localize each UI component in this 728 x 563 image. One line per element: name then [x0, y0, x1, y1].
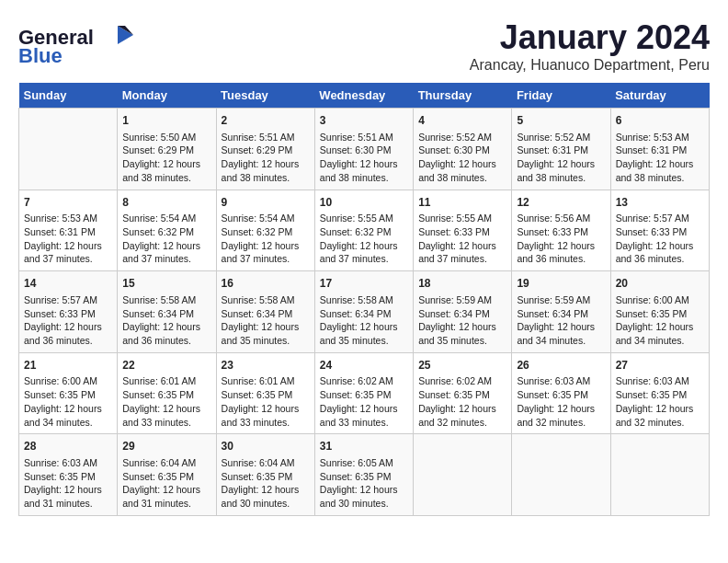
weekday-header: Monday	[118, 83, 216, 109]
calendar-cell: 28Sunrise: 6:03 AM Sunset: 6:35 PM Dayli…	[19, 434, 118, 516]
calendar-cell: 18Sunrise: 5:59 AM Sunset: 6:34 PM Dayli…	[414, 271, 512, 353]
cell-content: Sunrise: 5:54 AM Sunset: 6:32 PM Dayligh…	[122, 212, 210, 266]
calendar-body: 1Sunrise: 5:50 AM Sunset: 6:29 PM Daylig…	[19, 109, 710, 516]
calendar-cell: 5Sunrise: 5:52 AM Sunset: 6:31 PM Daylig…	[512, 109, 610, 190]
day-number: 25	[418, 358, 506, 373]
cell-content: Sunrise: 5:57 AM Sunset: 6:33 PM Dayligh…	[24, 293, 112, 348]
cell-content: Sunrise: 5:52 AM Sunset: 6:30 PM Dayligh…	[418, 131, 506, 185]
weekday-header: Tuesday	[216, 83, 314, 109]
title-section: January 2024 Arancay, Huanuco Department…	[470, 18, 710, 74]
cell-content: Sunrise: 5:59 AM Sunset: 6:34 PM Dayligh…	[517, 293, 605, 348]
day-number: 24	[320, 358, 408, 373]
calendar-table: SundayMondayTuesdayWednesdayThursdayFrid…	[18, 83, 710, 516]
day-number: 21	[24, 358, 112, 373]
day-number: 27	[616, 358, 704, 373]
cell-content: Sunrise: 5:51 AM Sunset: 6:29 PM Dayligh…	[222, 131, 310, 185]
day-number: 12	[517, 195, 605, 211]
weekday-header: Thursday	[414, 83, 512, 109]
calendar-cell: 15Sunrise: 5:58 AM Sunset: 6:34 PM Dayli…	[118, 271, 216, 353]
calendar-subtitle: Arancay, Huanuco Department, Peru	[470, 57, 710, 74]
calendar-cell: 19Sunrise: 5:59 AM Sunset: 6:34 PM Dayli…	[512, 271, 610, 353]
weekday-header: Saturday	[610, 83, 709, 109]
calendar-cell: 27Sunrise: 6:03 AM Sunset: 6:35 PM Dayli…	[610, 352, 709, 434]
day-number: 18	[418, 276, 506, 292]
cell-content: Sunrise: 5:58 AM Sunset: 6:34 PM Dayligh…	[122, 293, 210, 348]
cell-content: Sunrise: 5:58 AM Sunset: 6:34 PM Dayligh…	[222, 293, 310, 348]
calendar-cell: 11Sunrise: 5:55 AM Sunset: 6:33 PM Dayli…	[414, 190, 512, 271]
calendar-cell: 14Sunrise: 5:57 AM Sunset: 6:33 PM Dayli…	[19, 271, 118, 353]
cell-content: Sunrise: 6:01 AM Sunset: 6:35 PM Dayligh…	[222, 374, 310, 429]
calendar-cell: 21Sunrise: 6:00 AM Sunset: 6:35 PM Dayli…	[19, 352, 118, 434]
day-number: 5	[517, 113, 605, 129]
cell-content: Sunrise: 6:04 AM Sunset: 6:35 PM Dayligh…	[122, 456, 210, 511]
calendar-week-row: 14Sunrise: 5:57 AM Sunset: 6:33 PM Dayli…	[19, 271, 710, 353]
cell-content: Sunrise: 5:59 AM Sunset: 6:34 PM Dayligh…	[418, 293, 506, 348]
calendar-cell: 25Sunrise: 6:02 AM Sunset: 6:35 PM Dayli…	[414, 352, 512, 434]
day-number: 28	[24, 439, 112, 454]
cell-content: Sunrise: 6:03 AM Sunset: 6:35 PM Dayligh…	[517, 374, 605, 429]
cell-content: Sunrise: 6:00 AM Sunset: 6:35 PM Dayligh…	[616, 293, 704, 348]
calendar-cell: 23Sunrise: 6:01 AM Sunset: 6:35 PM Dayli…	[216, 352, 314, 434]
day-number: 11	[418, 195, 506, 211]
calendar-title: January 2024	[470, 18, 710, 57]
day-number: 17	[320, 276, 408, 292]
calendar-cell	[512, 434, 610, 516]
day-number: 8	[122, 195, 210, 211]
cell-content: Sunrise: 5:52 AM Sunset: 6:31 PM Dayligh…	[517, 131, 605, 185]
day-number: 2	[222, 113, 310, 129]
calendar-cell: 3Sunrise: 5:51 AM Sunset: 6:30 PM Daylig…	[314, 109, 413, 190]
calendar-cell	[414, 434, 512, 516]
cell-content: Sunrise: 5:55 AM Sunset: 6:32 PM Dayligh…	[320, 212, 408, 266]
day-number: 22	[122, 358, 210, 373]
cell-content: Sunrise: 5:51 AM Sunset: 6:30 PM Dayligh…	[320, 131, 408, 185]
calendar-cell: 4Sunrise: 5:52 AM Sunset: 6:30 PM Daylig…	[414, 109, 512, 190]
calendar-cell: 31Sunrise: 6:05 AM Sunset: 6:35 PM Dayli…	[314, 434, 413, 516]
calendar-week-row: 7Sunrise: 5:53 AM Sunset: 6:31 PM Daylig…	[19, 190, 710, 271]
day-number: 7	[24, 195, 112, 211]
calendar-cell: 8Sunrise: 5:54 AM Sunset: 6:32 PM Daylig…	[118, 190, 216, 271]
weekday-header: Friday	[512, 83, 610, 109]
day-number: 9	[222, 195, 310, 211]
cell-content: Sunrise: 6:03 AM Sunset: 6:35 PM Dayligh…	[616, 374, 704, 429]
calendar-cell: 24Sunrise: 6:02 AM Sunset: 6:35 PM Dayli…	[314, 352, 413, 434]
svg-text:Blue: Blue	[18, 44, 63, 67]
cell-content: Sunrise: 5:56 AM Sunset: 6:33 PM Dayligh…	[517, 212, 605, 266]
day-number: 19	[517, 276, 605, 292]
calendar-week-row: 28Sunrise: 6:03 AM Sunset: 6:35 PM Dayli…	[19, 434, 710, 516]
day-number: 30	[222, 439, 310, 454]
cell-content: Sunrise: 5:55 AM Sunset: 6:33 PM Dayligh…	[418, 212, 506, 266]
day-number: 29	[122, 439, 210, 454]
calendar-cell: 17Sunrise: 5:58 AM Sunset: 6:34 PM Dayli…	[314, 271, 413, 353]
calendar-cell: 7Sunrise: 5:53 AM Sunset: 6:31 PM Daylig…	[19, 190, 118, 271]
calendar-cell: 1Sunrise: 5:50 AM Sunset: 6:29 PM Daylig…	[118, 109, 216, 190]
calendar-cell: 20Sunrise: 6:00 AM Sunset: 6:35 PM Dayli…	[610, 271, 709, 353]
calendar-cell: 29Sunrise: 6:04 AM Sunset: 6:35 PM Dayli…	[118, 434, 216, 516]
day-number: 26	[517, 358, 605, 373]
calendar-cell: 2Sunrise: 5:51 AM Sunset: 6:29 PM Daylig…	[216, 109, 314, 190]
cell-content: Sunrise: 6:03 AM Sunset: 6:35 PM Dayligh…	[24, 456, 112, 511]
calendar-cell: 9Sunrise: 5:54 AM Sunset: 6:32 PM Daylig…	[216, 190, 314, 271]
day-number: 1	[122, 113, 210, 129]
logo: General Blue	[18, 18, 138, 73]
day-number: 14	[24, 276, 112, 292]
weekday-header: Wednesday	[314, 83, 413, 109]
day-number: 31	[320, 439, 408, 454]
day-number: 3	[320, 113, 408, 129]
cell-content: Sunrise: 6:02 AM Sunset: 6:35 PM Dayligh…	[320, 374, 408, 429]
day-number: 10	[320, 195, 408, 211]
calendar-cell: 16Sunrise: 5:58 AM Sunset: 6:34 PM Dayli…	[216, 271, 314, 353]
calendar-week-row: 1Sunrise: 5:50 AM Sunset: 6:29 PM Daylig…	[19, 109, 710, 190]
cell-content: Sunrise: 5:53 AM Sunset: 6:31 PM Dayligh…	[24, 212, 112, 266]
weekday-header: Sunday	[19, 83, 118, 109]
logo-text: General Blue	[18, 18, 138, 73]
cell-content: Sunrise: 5:54 AM Sunset: 6:32 PM Dayligh…	[222, 212, 310, 266]
day-number: 6	[616, 113, 704, 129]
cell-content: Sunrise: 6:04 AM Sunset: 6:35 PM Dayligh…	[222, 456, 310, 511]
calendar-cell: 22Sunrise: 6:01 AM Sunset: 6:35 PM Dayli…	[118, 352, 216, 434]
calendar-cell	[19, 109, 118, 190]
calendar-cell: 30Sunrise: 6:04 AM Sunset: 6:35 PM Dayli…	[216, 434, 314, 516]
day-number: 16	[222, 276, 310, 292]
cell-content: Sunrise: 6:05 AM Sunset: 6:35 PM Dayligh…	[320, 456, 408, 511]
calendar-week-row: 21Sunrise: 6:00 AM Sunset: 6:35 PM Dayli…	[19, 352, 710, 434]
cell-content: Sunrise: 5:57 AM Sunset: 6:33 PM Dayligh…	[616, 212, 704, 266]
